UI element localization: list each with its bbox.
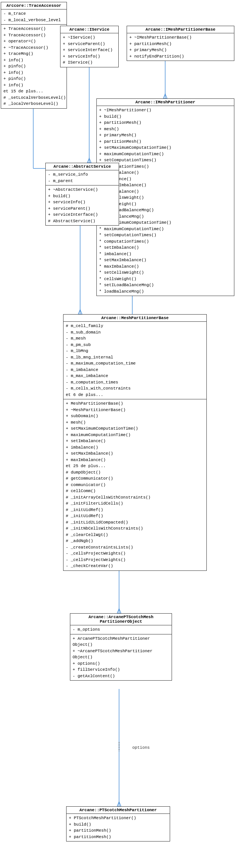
svg-marker-4 <box>87 158 91 163</box>
mesh-partitioner-base-fields: # m_cell_family - m_sub_domain - m_mesh … <box>64 322 206 399</box>
arcane-ptscotch-title: Arcane::ArcanePTScotchMeshPartitionerObj… <box>70 614 172 625</box>
ptscotch-title: Arcane::PTScotchMeshPartitioner <box>67 807 170 814</box>
svg-marker-15 <box>117 802 121 806</box>
trace-accessor-title: Arccore::TraceAccessor <box>1 2 67 9</box>
arcane-ptscotch-box: Arcane::ArcanePTScotchMeshPartitionerObj… <box>70 613 172 681</box>
svg-marker-13 <box>117 609 121 613</box>
abstract-service-methods: + ~AbstractService() + build() + service… <box>46 185 119 225</box>
svg-marker-8 <box>78 310 82 314</box>
trace-accessor-fields: - m_trace - m_local_verbose_level <box>1 9 67 25</box>
ptscotch-methods: + PTScotchMeshPartitioner() + build() + … <box>67 814 170 841</box>
iservice-box: Arcane::IService + ~IService() + service… <box>60 26 119 67</box>
imesh-partitioner-base-title: Arcane::IMeshPartitionerBase <box>127 26 234 33</box>
imesh-partitioner-title: Arcane::IMeshPartitioner <box>97 99 234 106</box>
imesh-partitioner-base-methods: + ~IMeshPartitionerBase() + partitionMes… <box>127 33 234 61</box>
mesh-partitioner-base-methods: + MeshPartitionerBase() + ~MeshPartition… <box>64 399 206 570</box>
svg-text:options: options <box>132 745 150 750</box>
abstract-service-title: Arcane::AbstractService <box>46 163 119 170</box>
mesh-partitioner-base-box: Arcane::MeshPartitionerBase # m_cell_fam… <box>63 314 207 571</box>
ptscotch-box: Arcane::PTScotchMeshPartitioner + PTScot… <box>66 806 170 842</box>
diagram-container: options Arccore::TraceAccessor - m_trace… <box>0 0 237 868</box>
trace-accessor-box: Arccore::TraceAccessor - m_trace - m_loc… <box>1 2 67 109</box>
arcane-ptscotch-fields: - m_options <box>70 625 172 634</box>
abstract-service-fields: - m_service_info - m_parent <box>46 170 119 185</box>
mesh-partitioner-base-title: Arcane::MeshPartitionerBase <box>64 315 206 322</box>
abstract-service-box: Arcane::AbstractService - m_service_info… <box>45 163 119 226</box>
iservice-methods: + ~IService() + serviceParent() + servic… <box>60 33 118 67</box>
svg-marker-6 <box>163 94 167 98</box>
trace-accessor-methods: + TraceAccessor() + TraceAccessor() + op… <box>1 25 67 108</box>
iservice-title: Arcane::IService <box>60 26 118 33</box>
imesh-partitioner-base-box: Arcane::IMeshPartitionerBase + ~IMeshPar… <box>127 26 234 61</box>
arcane-ptscotch-methods: + ArcanePTScotchMeshPartitioner Object()… <box>70 634 172 681</box>
